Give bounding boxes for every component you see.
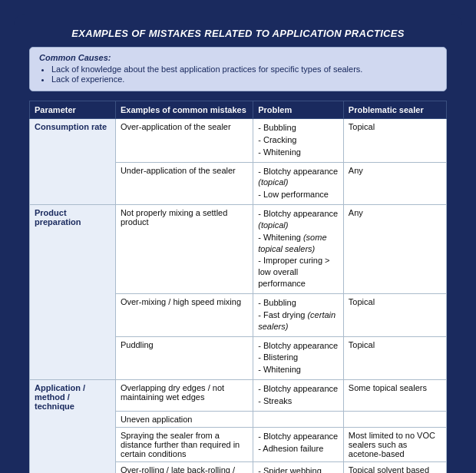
- table-row: Consumption rateOver-application of the …: [30, 119, 447, 163]
- table-row: Product preparationNot properly mixing a…: [30, 205, 447, 294]
- mistake-cell: Over-rolling / late back-rolling / hard-…: [115, 461, 253, 473]
- causes-item-1: Lack of knowledge about the best applica…: [51, 64, 437, 74]
- col-header-problem: Problem: [253, 101, 344, 119]
- mistake-cell: Under-application of the sealer: [115, 162, 253, 205]
- sealer-cell: Topical: [343, 119, 446, 163]
- problem-cell: Blotchy appearance (topical)Low performa…: [253, 162, 344, 205]
- sealer-cell: Most limited to no VOC sealers such as a…: [343, 427, 446, 461]
- mistake-cell: Over-mixing / high speed mixing: [115, 293, 253, 336]
- sealer-cell: Any: [343, 205, 446, 294]
- outer-container: EXAMPLES OF MISTAKES RELATED TO APPLICAT…: [14, 14, 462, 473]
- mistake-cell: Overlapping dry edges / not maintaining …: [115, 380, 253, 412]
- problem-cell: Blotchy appearanceAdhesion failure: [253, 427, 344, 461]
- col-header-sealer: Problematic sealer: [343, 101, 446, 119]
- param-cell: Product preparation: [30, 205, 116, 380]
- causes-item-2: Lack of experience.: [51, 74, 437, 84]
- page-title: EXAMPLES OF MISTAKES RELATED TO APPLICAT…: [29, 28, 447, 39]
- mistake-cell: Puddling: [115, 336, 253, 380]
- problem-cell: Blotchy appearanceStreaks: [253, 380, 344, 412]
- sealer-cell: Topical: [343, 336, 446, 380]
- table-row: Application / method / techniqueOverlapp…: [30, 380, 447, 412]
- problem-cell: BubblingCrackingWhitening: [253, 119, 344, 163]
- mistake-cell: Not properly mixing a settled product: [115, 205, 253, 294]
- mistakes-table: Parameter Examples of common mistakes Pr…: [29, 101, 447, 473]
- causes-label: Common Causes:: [39, 53, 437, 62]
- mistake-cell: Spraying the sealer from a distance furt…: [115, 427, 253, 461]
- info-box: Common Causes: Lack of knowledge about t…: [29, 47, 447, 91]
- sealer-cell: Some topical sealers: [343, 380, 446, 412]
- col-header-parameter: Parameter: [30, 101, 116, 119]
- problem-cell: BubblingFast drying (certain sealers): [253, 293, 344, 336]
- mistake-cell: Over-application of the sealer: [115, 119, 253, 163]
- sealer-cell: Topical solvent based: [343, 461, 446, 473]
- problem-cell: Blotchy appearance (topical)Whitening (s…: [253, 205, 344, 294]
- problem-cell: [253, 411, 344, 427]
- param-cell: Consumption rate: [30, 119, 116, 205]
- mistake-cell: Uneven application: [115, 411, 253, 427]
- problem-cell: Blotchy appearanceBlisteringWhitening: [253, 336, 344, 380]
- problem-cell: Spider webbingBubblingBlisteringLow perf…: [253, 461, 344, 473]
- sealer-cell: Topical: [343, 293, 446, 336]
- col-header-mistakes: Examples of common mistakes: [115, 101, 253, 119]
- causes-list: Lack of knowledge about the best applica…: [51, 64, 437, 84]
- sealer-cell: [343, 411, 446, 427]
- sealer-cell: Any: [343, 162, 446, 205]
- param-cell: Application / method / technique: [30, 380, 116, 473]
